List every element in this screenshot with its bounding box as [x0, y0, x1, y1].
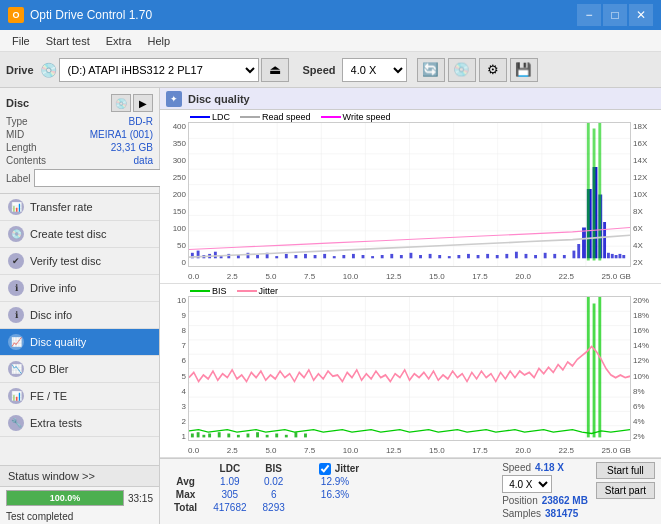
legend-read-speed: Read speed — [240, 112, 311, 122]
menu-start-test[interactable]: Start test — [38, 33, 98, 49]
svg-rect-60 — [577, 244, 580, 258]
jitter-label: Jitter — [259, 286, 279, 296]
mid-label: MID — [6, 129, 24, 140]
sidebar-item-create-test-disc[interactable]: 💿 Create test disc — [0, 221, 159, 248]
status-window-button[interactable]: Status window >> — [0, 466, 159, 487]
start-part-button[interactable]: Start part — [596, 482, 655, 499]
jitter-checkbox[interactable] — [319, 463, 331, 475]
svg-rect-99 — [247, 434, 250, 438]
type-value: BD-R — [129, 116, 153, 127]
position-label: Position — [502, 495, 538, 506]
drive-label: Drive — [6, 64, 34, 76]
svg-rect-65 — [603, 222, 606, 258]
length-label: Length — [6, 142, 37, 153]
svg-rect-42 — [410, 253, 413, 258]
label-label: Label — [6, 173, 30, 184]
disc-button[interactable]: 💿 — [448, 58, 476, 82]
sidebar-item-disc-info[interactable]: ℹ Disc info — [0, 302, 159, 329]
chart2-x-labels: 0.02.55.07.510.012.515.017.520.022.525.0… — [188, 446, 631, 455]
svg-rect-58 — [563, 255, 566, 258]
disc-info-icon: ℹ — [8, 307, 24, 323]
svg-rect-96 — [218, 432, 221, 437]
svg-rect-33 — [323, 254, 326, 258]
svg-rect-95 — [208, 434, 211, 438]
svg-rect-52 — [505, 254, 508, 258]
disc-icon-btn1[interactable]: 💿 — [111, 94, 131, 112]
bis-label: BIS — [212, 286, 227, 296]
avg-bis: 0.02 — [255, 475, 293, 488]
legend-bis: BIS — [190, 286, 227, 296]
sidebar-item-fe-te[interactable]: 📊 FE / TE — [0, 383, 159, 410]
minimize-button[interactable]: − — [577, 4, 601, 26]
svg-rect-108 — [598, 297, 601, 437]
maximize-button[interactable]: □ — [603, 4, 627, 26]
svg-rect-57 — [553, 254, 556, 258]
speed-dropdown[interactable]: 4.0 X — [502, 475, 552, 493]
sidebar-item-drive-info[interactable]: ℹ Drive info — [0, 275, 159, 302]
status-window-label: Status window >> — [8, 470, 95, 482]
start-full-button[interactable]: Start full — [596, 462, 655, 479]
svg-rect-37 — [362, 255, 365, 258]
svg-rect-61 — [582, 228, 586, 259]
chart1-y-right: 18X16X14X12X10X8X6X4X2X — [631, 122, 661, 267]
svg-rect-41 — [400, 255, 403, 258]
sidebar-item-transfer-rate[interactable]: 📊 Transfer rate — [0, 194, 159, 221]
svg-rect-32 — [314, 255, 317, 258]
svg-rect-53 — [515, 252, 518, 259]
chart2-y-right: 20%18%16%14%12%10%8%6%4%2% — [631, 296, 661, 441]
app-title: Opti Drive Control 1.70 — [30, 8, 152, 22]
ldc-color — [190, 116, 210, 118]
drive-select[interactable]: (D:) ATAPI iHBS312 2 PL17 — [59, 58, 259, 82]
chart1-y-left: 400350300250200150100500 — [160, 122, 188, 267]
chart1-inner — [188, 122, 631, 267]
header-bis: BIS — [255, 462, 293, 475]
nav-label-verify-test-disc: Verify test disc — [30, 255, 101, 267]
svg-rect-59 — [572, 251, 575, 259]
charts-area: LDC Read speed Write speed 4003503002502… — [160, 110, 661, 458]
max-label: Max — [166, 488, 205, 501]
menu-file[interactable]: File — [4, 33, 38, 49]
settings-button[interactable]: ⚙ — [479, 58, 507, 82]
total-ldc: 417682 — [205, 501, 254, 514]
total-bis: 8293 — [255, 501, 293, 514]
time-label: 33:15 — [128, 493, 153, 504]
svg-rect-28 — [275, 256, 278, 258]
drive-info-icon: ℹ — [8, 280, 24, 296]
svg-rect-47 — [457, 255, 460, 258]
chart1-x-labels: 0.02.55.07.510.012.515.017.520.022.525.0… — [188, 272, 631, 281]
fe-te-icon: 📊 — [8, 388, 24, 404]
read-speed-color — [240, 116, 260, 118]
sidebar: Disc 💿 ▶ Type BD-R MID MEIRA1 (001) Leng… — [0, 88, 160, 524]
jitter-header: Jitter — [335, 463, 359, 474]
samples-value: 381475 — [545, 508, 578, 519]
speed-refresh-button[interactable]: 🔄 — [417, 58, 445, 82]
disc-icon-btn2[interactable]: ▶ — [133, 94, 153, 112]
svg-rect-70 — [622, 255, 625, 258]
nav-label-disc-quality: Disc quality — [30, 336, 86, 348]
title-bar: O Opti Drive Control 1.70 − □ ✕ — [0, 0, 661, 30]
sidebar-item-cd-bler[interactable]: 📉 CD Bler — [0, 356, 159, 383]
label-input[interactable] — [34, 169, 167, 187]
nav-label-fe-te: FE / TE — [30, 390, 67, 402]
progress-bar-inner: 100.0% — [7, 491, 123, 505]
svg-rect-66 — [607, 253, 610, 258]
nav-label-disc-info: Disc info — [30, 309, 72, 321]
svg-rect-101 — [266, 435, 269, 438]
svg-rect-43 — [419, 255, 422, 258]
sidebar-item-extra-tests[interactable]: 🔧 Extra tests — [0, 410, 159, 437]
close-button[interactable]: ✕ — [629, 4, 653, 26]
verify-test-disc-icon: ✔ — [8, 253, 24, 269]
save-button[interactable]: 💾 — [510, 58, 538, 82]
svg-rect-29 — [285, 254, 288, 258]
jitter-color — [237, 290, 257, 292]
speed-select[interactable]: 4.0 X — [342, 58, 407, 82]
svg-rect-38 — [371, 256, 374, 258]
disc-quality-icon: 📈 — [8, 334, 24, 350]
menu-help[interactable]: Help — [139, 33, 178, 49]
sidebar-item-verify-test-disc[interactable]: ✔ Verify test disc — [0, 248, 159, 275]
eject-button[interactable]: ⏏ — [261, 58, 289, 82]
nav-label-drive-info: Drive info — [30, 282, 76, 294]
sidebar-item-disc-quality[interactable]: 📈 Disc quality — [0, 329, 159, 356]
speed-label: Speed — [303, 64, 336, 76]
menu-extra[interactable]: Extra — [98, 33, 140, 49]
